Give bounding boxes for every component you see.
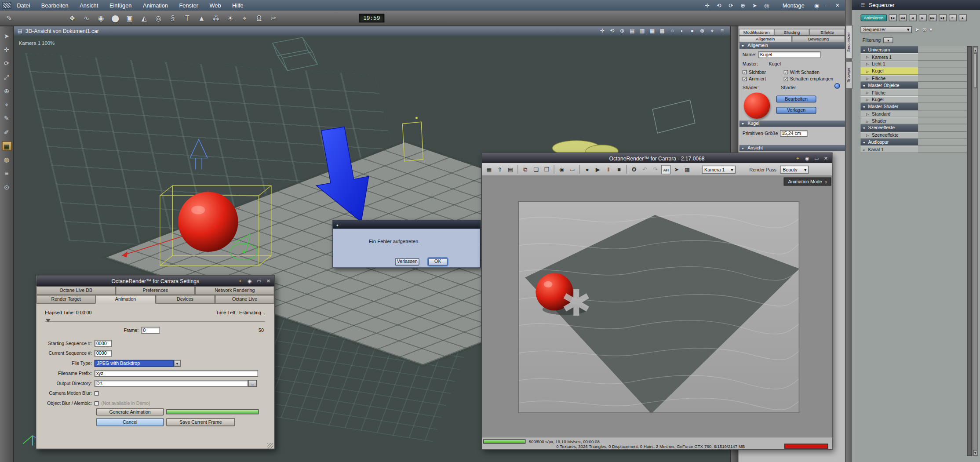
select-tool-icon[interactable]: ➤ bbox=[2, 31, 12, 40]
timeline-track[interactable]: ▴▾ bbox=[918, 103, 970, 110]
textured-mode-icon[interactable]: ▩ bbox=[658, 28, 666, 35]
tree-item-kamera1[interactable]: ▷Kamera 1 bbox=[860, 53, 918, 60]
tree-item-shader[interactable]: ▷Shader bbox=[860, 117, 918, 124]
tab-bewegung[interactable]: Bewegung bbox=[792, 36, 845, 43]
eye-icon[interactable]: ◉ bbox=[804, 155, 811, 161]
timeline-track[interactable]: ▴▾ bbox=[918, 68, 970, 75]
error-dialog-titlebar[interactable]: ● bbox=[333, 221, 480, 229]
zoom-tool-icon[interactable]: ⊙ bbox=[2, 182, 12, 192]
file-type-dropdown[interactable]: JPEG with Backdrop bbox=[95, 360, 174, 367]
paint-tool-icon[interactable]: ✎ bbox=[2, 114, 12, 123]
universal-tool-icon[interactable]: ⊕ bbox=[2, 86, 12, 95]
vertex-modeler-icon[interactable]: ❖ bbox=[66, 12, 79, 24]
timeline-track[interactable]: ▴▾ bbox=[918, 53, 970, 60]
spline-modeler-icon[interactable]: ∿ bbox=[80, 12, 93, 24]
rotate-tool-icon[interactable]: ⟳ bbox=[2, 59, 12, 68]
timeline-track[interactable]: ▴▾ bbox=[918, 96, 970, 103]
scene-globe-icon[interactable]: ⊛ bbox=[698, 28, 706, 35]
pin-icon[interactable]: ⌖ bbox=[794, 155, 801, 161]
preview-low-icon[interactable]: ○ bbox=[668, 28, 676, 35]
panel-menu-icon[interactable]: ≣ bbox=[860, 2, 865, 8]
zoom-view-icon[interactable]: ⊕ bbox=[738, 2, 747, 8]
frame-slider[interactable] bbox=[45, 321, 265, 323]
dock-tab-sequenzer[interactable]: Sequenzer bbox=[845, 25, 852, 59]
orbit-view-icon[interactable]: ⟲ bbox=[714, 2, 724, 8]
auto-focus-icon[interactable]: AH bbox=[661, 165, 670, 174]
tab-render-target[interactable]: Render Target bbox=[36, 295, 95, 304]
tree-header-master-shader[interactable]: ▼Master-Shader bbox=[860, 103, 918, 110]
tree-header-audiospur[interactable]: ▼Audiospur bbox=[860, 139, 918, 146]
save-render-icon[interactable]: ▦ bbox=[485, 165, 494, 174]
region-render-icon[interactable]: ▭ bbox=[568, 165, 577, 174]
scale-tool-icon[interactable]: ⤢ bbox=[2, 73, 12, 82]
collapse-triangle-icon[interactable]: ▼ bbox=[741, 120, 744, 127]
tab-shading[interactable]: Shading bbox=[774, 29, 810, 36]
display-mode-icon[interactable]: ◎ bbox=[762, 2, 771, 8]
light-icon[interactable]: ☀ bbox=[224, 12, 237, 24]
tree-item-licht1[interactable]: ▷Licht 1 bbox=[860, 61, 918, 68]
stop-icon[interactable]: ■ bbox=[614, 165, 623, 174]
pause-icon[interactable]: ‖ bbox=[604, 165, 613, 174]
eye-icon[interactable]: ◉ bbox=[246, 278, 253, 284]
blue-arrow-object[interactable] bbox=[316, 127, 368, 222]
rendered-image[interactable]: ✱ bbox=[518, 201, 799, 413]
verlassen-button[interactable]: Verlassen bbox=[395, 258, 419, 266]
frame-input[interactable] bbox=[141, 327, 160, 334]
primitive-size-input[interactable] bbox=[780, 130, 808, 137]
wireframe-panel-right[interactable] bbox=[652, 100, 695, 133]
render-titlebar[interactable]: OctaneRender™ for Carrara - 2.17.0068 ⌖ … bbox=[482, 153, 832, 164]
cone-primitive-icon[interactable]: ◭ bbox=[138, 12, 151, 24]
copy-image-icon[interactable]: ⧉ bbox=[521, 165, 530, 174]
sequencer-view-dropdown[interactable]: Sequenzer ▾ bbox=[860, 26, 912, 33]
tree-item-master-kugel[interactable]: ▷Kugel bbox=[860, 96, 918, 103]
film-settings-icon[interactable]: ▩ bbox=[682, 165, 692, 174]
red-sphere-object[interactable] bbox=[178, 192, 238, 251]
tab-effekte[interactable]: Effekte bbox=[809, 29, 845, 36]
menu-einfuegen[interactable]: Einfügen bbox=[104, 2, 137, 8]
menu-ansicht[interactable]: Ansicht bbox=[74, 2, 104, 8]
tree-header-szeneeffekte[interactable]: ▼Szeneeffekte bbox=[860, 124, 918, 131]
metaball-icon[interactable]: ◉ bbox=[95, 12, 108, 24]
go-end-icon[interactable]: ▶▮ bbox=[938, 14, 946, 21]
ok-button[interactable]: OK bbox=[428, 258, 448, 266]
prev-frame-icon[interactable]: ◀◀ bbox=[899, 14, 907, 21]
tab-allgemein[interactable]: Allgemein bbox=[739, 36, 792, 43]
close-icon[interactable]: ✕ bbox=[823, 155, 830, 161]
sphere-tool-icon[interactable]: ◍ bbox=[2, 155, 12, 164]
magnify-icon[interactable]: ⊙ bbox=[922, 26, 927, 32]
target-tool-icon[interactable]: ⌖ bbox=[2, 100, 12, 109]
filename-prefix-input[interactable] bbox=[95, 370, 258, 377]
browse-button[interactable]: ... bbox=[248, 380, 257, 387]
minimize-icon[interactable]: — bbox=[824, 3, 831, 8]
scrollbar-thumb[interactable] bbox=[974, 53, 977, 88]
section-kugel[interactable]: ▼ Kugel bbox=[740, 120, 845, 127]
render-pass-select[interactable]: Beauty ▾ bbox=[780, 165, 809, 173]
play-icon[interactable]: ▶ bbox=[918, 14, 926, 21]
fly-view-icon[interactable]: ➤ bbox=[750, 2, 759, 8]
camera-settings-icon[interactable]: ⌖ bbox=[708, 28, 716, 35]
pin-icon[interactable]: ⌖ bbox=[237, 278, 244, 284]
orbit-camera-icon[interactable]: ⟲ bbox=[608, 28, 616, 35]
section-allgemein[interactable]: ▼ Allgemein bbox=[740, 43, 845, 49]
timeline-track[interactable]: ▴▾ bbox=[918, 124, 970, 131]
eyedropper-tool-icon[interactable]: ✐ bbox=[2, 127, 12, 137]
texture-tool-icon[interactable]: ▦ bbox=[2, 141, 12, 150]
camera-icon[interactable]: ⌖ bbox=[238, 12, 251, 24]
current-sequence-input[interactable] bbox=[95, 350, 112, 357]
tab-network-rendering[interactable]: Network Rendering bbox=[195, 286, 275, 295]
wirft-schatten-checkbox[interactable]: ✓ bbox=[784, 70, 788, 74]
tree-item-standard[interactable]: ▷Standard bbox=[860, 110, 918, 117]
timeline-track[interactable]: ▴▾ bbox=[918, 110, 970, 117]
spring-primitive-icon[interactable]: § bbox=[166, 12, 179, 24]
camera-select[interactable]: Kamera 1 ▾ bbox=[702, 165, 736, 173]
camera-motion-blur-checkbox[interactable] bbox=[95, 391, 99, 396]
output-directory-input[interactable] bbox=[95, 380, 248, 387]
play-icon[interactable]: ▶ bbox=[593, 165, 602, 174]
menu-hilfe[interactable]: Hilfe bbox=[226, 2, 249, 8]
blue-wire-arrow[interactable] bbox=[190, 139, 208, 169]
vorlagen-button[interactable]: Vorlagen bbox=[776, 107, 816, 114]
keyframe-icon[interactable]: ◆ bbox=[958, 14, 966, 21]
menu-web[interactable]: Web bbox=[204, 2, 227, 8]
tab-octane-live[interactable]: Octane Live bbox=[215, 295, 274, 304]
preview-medium-icon[interactable]: ◐ bbox=[678, 28, 686, 35]
